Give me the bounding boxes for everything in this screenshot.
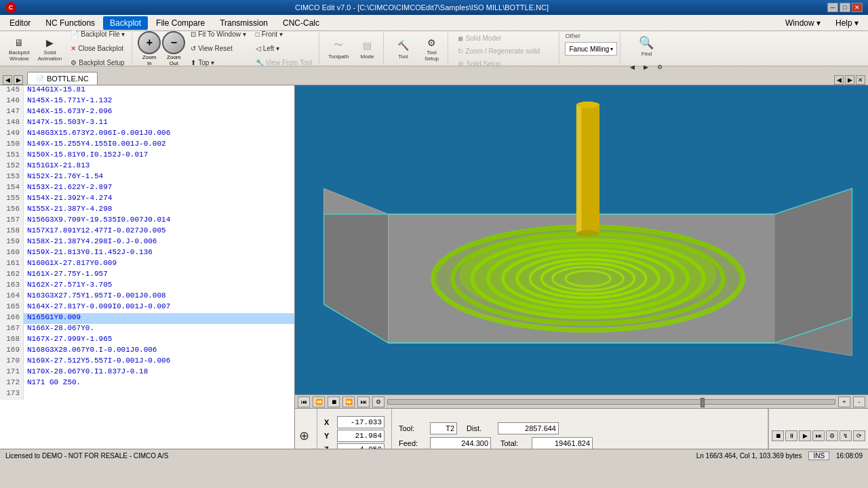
line-code: N165G1Y0.009 (24, 313, 294, 324)
zoom-out-button[interactable]: − (162, 31, 185, 54)
toolpath-button[interactable]: 〜 Toolpath (325, 34, 352, 64)
view-from-tool-button[interactable]: 🔧 View From Tool (252, 56, 317, 70)
code-content[interactable]: 145N144G1X-15.81146N145X-15.771Y-1.13214… (0, 85, 294, 449)
front-view-button[interactable]: □ Front ▾ (252, 28, 317, 41)
table-row[interactable]: 150N149X-15.255Y4.155I0.001J-0.002 (0, 140, 294, 150)
table-row[interactable]: 160N159X-21.813Y0.I1.452J-0.136 (0, 248, 294, 259)
line-number: 173 (0, 389, 24, 400)
timeline-prev-button[interactable]: ⏪ (313, 396, 325, 407)
timeline-track[interactable] (387, 399, 835, 405)
backplot-file-label: Backplot File ▾ (81, 30, 125, 38)
zoom-regenerate-button[interactable]: ↻ Zoom / Regenerate solid (454, 45, 544, 57)
zoom-in-label: ZoomIn (142, 54, 156, 66)
table-row[interactable]: 167N166X-28.067Y0. (0, 324, 294, 335)
line-code: N158X-21.387Y4.298I-0.J-0.006 (24, 237, 294, 248)
solid-setup-button[interactable]: ⚙ Solid Setup (454, 58, 505, 70)
timeline-zoom-out[interactable]: - (853, 396, 865, 407)
table-row[interactable]: 163N162X-27.571Y-3.705 (0, 281, 294, 291)
play-forward-button[interactable]: ▶ (799, 430, 811, 441)
tool-button[interactable]: 🔨 Tool (389, 34, 416, 64)
timeline-next-button[interactable]: ⏩ (342, 396, 355, 407)
table-row[interactable]: 151N150X-15.81Y0.I0.152J-0.017 (0, 150, 294, 161)
view-reset-button[interactable]: ↺ View Reset (186, 42, 250, 56)
timeline-start-button[interactable]: ⏮ (298, 396, 310, 407)
zoom-in-button[interactable]: + (138, 31, 161, 54)
table-row[interactable]: 171N170X-28.067Y0.I1.837J-0.18 (0, 367, 294, 378)
table-row[interactable]: 164N163G3X27.75Y1.957I-0.001J0.008 (0, 291, 294, 302)
bottle-nc-tab[interactable]: 📄 BOTTLE.NC (27, 72, 98, 85)
code-panel: 145N144G1X-15.81146N145X-15.771Y-1.13214… (0, 85, 295, 449)
table-row[interactable]: 148N147X-15.503Y-3.11 (0, 118, 294, 129)
table-row[interactable]: 152N151G1X-21.813 (0, 161, 294, 172)
timeline-play-button[interactable]: ⏹ (328, 396, 340, 407)
restore-button[interactable]: □ (840, 3, 850, 12)
backplot-window-button[interactable]: 🖥 BackplotWindow (5, 34, 33, 64)
title-bar: C CIMCO Edit v7.0 - [C:\CIMCO\CIMCOEdit7… (0, 0, 868, 15)
svg-marker-5 (775, 188, 852, 343)
close-backplot-button[interactable]: ✕ Close Backplot (66, 42, 129, 56)
backplot-setup-button[interactable]: ⚙ Backplot Setup (66, 56, 129, 70)
play-pause-button[interactable]: ⏸ (785, 430, 797, 441)
table-row[interactable]: 157N156G3X9.709Y-19.535I0.007J0.014 (0, 216, 294, 226)
mode-button[interactable]: ▤ Mode (353, 34, 380, 64)
3d-viewport[interactable]: ⏮ ⏪ ⏹ ⏩ ⏭ ⚙ + - ⊕ X -17.033 (295, 85, 868, 449)
top-view-label: Top (198, 59, 209, 66)
timeline-thumb[interactable] (701, 398, 705, 407)
find-label: Find (642, 51, 652, 57)
toolpath-label: Toolpath (328, 54, 349, 60)
solid-animation-button[interactable]: ▶ SolidAnimation (35, 34, 66, 64)
play-step-button[interactable]: ⏭ (812, 430, 825, 441)
table-row[interactable]: 145N144G1X-15.81 (0, 85, 294, 96)
table-row[interactable]: 155N154X-21.392Y-4.274 (0, 194, 294, 205)
backplot-file-button[interactable]: 📄 Backplot File ▾ (66, 28, 129, 41)
find-next-button[interactable]: ▶ (639, 60, 652, 74)
menu-window[interactable]: Window ▾ (778, 16, 827, 30)
table-row[interactable]: 170N169X-27.512Y5.557I-0.001J-0.006 (0, 357, 294, 367)
table-row[interactable]: 166N165G1Y0.009 (0, 313, 294, 324)
table-row[interactable]: 153N152X-21.76Y-1.54 (0, 172, 294, 183)
3d-scene-svg (295, 85, 868, 394)
table-row[interactable]: 146N145X-15.771Y-1.132 (0, 96, 294, 107)
table-row[interactable]: 169N168G3X28.067Y0.I-0.001J0.006 (0, 346, 294, 357)
fit-to-window-button[interactable]: ⊡ Fit To Window ▾ (186, 28, 250, 41)
find-button[interactable]: 🔍 Find (633, 33, 660, 59)
table-row[interactable]: 154N153X-21.622Y-2.897 (0, 183, 294, 194)
tab-bar: ◀ ▶ 📄 BOTTLE.NC ◀ ▶ ✕ (0, 66, 868, 85)
solid-model-button[interactable]: ◼ Solid Model (454, 33, 505, 44)
left-view-button[interactable]: ◁ Left ▾ (252, 42, 317, 56)
table-row[interactable]: 173 (0, 389, 294, 400)
panel-next-button[interactable]: ▶ (14, 75, 23, 85)
timeline-options-button[interactable]: ⚙ (372, 396, 384, 407)
panel-close-left[interactable]: ◀ (834, 75, 844, 85)
table-row[interactable]: 147N146X-15.673Y-2.096 (0, 107, 294, 118)
table-row[interactable]: 161N160G1X-27.817Y0.009 (0, 259, 294, 270)
play-options3-button[interactable]: ⟳ (853, 430, 865, 441)
play-options2-button[interactable]: ↯ (840, 430, 852, 441)
top-view-button[interactable]: ⬆ Top ▾ (186, 56, 250, 70)
minimize-button[interactable]: ─ (827, 3, 838, 12)
find-prev-button[interactable]: ◀ (626, 60, 639, 74)
play-stop-button[interactable]: ⏹ (772, 430, 784, 441)
tool-setup-button[interactable]: ⚙ ToolSetup (418, 34, 445, 64)
table-row[interactable]: 165N164X-27.817Y-0.009I0.001J-0.007 (0, 302, 294, 313)
solid-animation-label: SolidAnimation (38, 49, 62, 62)
menu-editor[interactable]: Editor (3, 16, 37, 30)
view-reset-label: View Reset (198, 45, 232, 52)
table-row[interactable]: 158N157X17.891Y12.477I-0.027J0.005 (0, 226, 294, 237)
menu-help[interactable]: Help ▾ (829, 16, 865, 30)
panel-prev-button[interactable]: ◀ (3, 75, 12, 85)
find-options-button[interactable]: ⚙ (653, 60, 667, 74)
table-row[interactable]: 149N148G3X15.673Y2.096I-0.001J0.006 (0, 129, 294, 140)
table-row[interactable]: 172N171 G0 Z50. (0, 378, 294, 389)
table-row[interactable]: 156N155X-21.387Y-4.298 (0, 205, 294, 216)
timeline-end-button[interactable]: ⏭ (357, 396, 370, 407)
play-options1-button[interactable]: ⚙ (826, 430, 838, 441)
close-button[interactable]: ✕ (852, 3, 863, 12)
table-row[interactable]: 159N158X-21.387Y4.298I-0.J-0.006 (0, 237, 294, 248)
table-row[interactable]: 168N167X-27.999Y-1.965 (0, 335, 294, 346)
panel-close-right[interactable]: ▶ (845, 75, 854, 85)
fanuc-milling-dropdown[interactable]: Fanuc Milling ▾ (565, 42, 617, 56)
timeline-zoom-in[interactable]: + (838, 396, 850, 407)
table-row[interactable]: 162N161X-27.75Y-1.957 (0, 270, 294, 281)
panel-close-button[interactable]: ✕ (856, 75, 865, 85)
